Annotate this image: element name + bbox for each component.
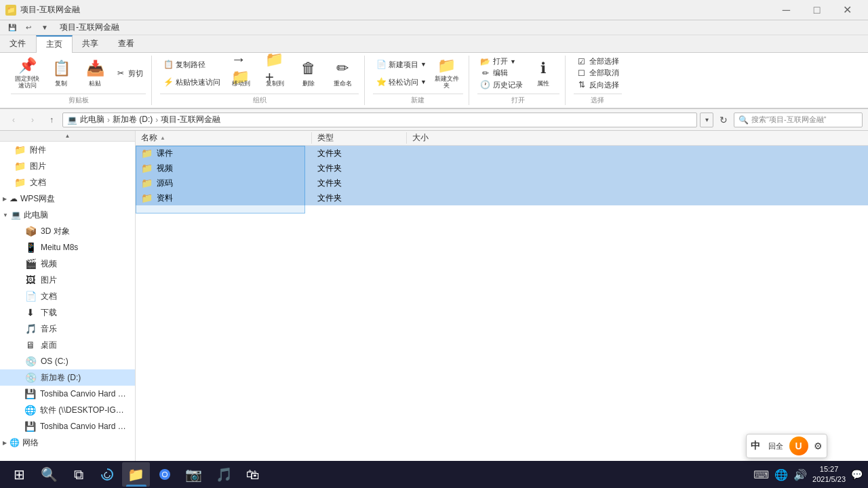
taskbar-media[interactable]: 🎵	[210, 462, 238, 487]
meitu-icon: 📱	[24, 242, 37, 253]
address-dropdown[interactable]: ▾	[700, 113, 713, 127]
rename-button[interactable]: ✏ 重命名	[326, 56, 359, 91]
copy-button[interactable]: 📋 复制	[45, 56, 77, 91]
minimize-button[interactable]: ─	[771, 0, 802, 20]
deselect-all-button[interactable]: ☐ 全部取消	[574, 67, 622, 79]
sidebar-item-software[interactable]: 🌐 软件 (\\DESKTOP-IGUTNAR	[0, 402, 135, 418]
sidebar-item-meitu[interactable]: 📱 Meitu M8s	[0, 239, 135, 256]
file-type-keijian: 文件夹	[312, 148, 407, 159]
tab-file[interactable]: 文件	[0, 35, 36, 52]
qat-save[interactable]: 💾	[5, 21, 19, 35]
path-new-vol[interactable]: 新加卷 (D:)	[113, 114, 153, 125]
cut-button[interactable]: ✂ 剪切	[113, 67, 146, 79]
copy-path-button[interactable]: 📋 复制路径	[160, 58, 223, 70]
taskbar-chrome[interactable]	[153, 462, 177, 487]
sidebar-scroll-up[interactable]: ▲	[0, 131, 135, 142]
path-this-pc[interactable]: 此电脑	[80, 114, 104, 125]
back-button[interactable]: ‹	[5, 112, 22, 128]
tab-view[interactable]: 查看	[108, 35, 144, 52]
properties-button[interactable]: ℹ 属性	[527, 56, 559, 91]
sidebar-item-pictures[interactable]: 🖼 图片	[0, 272, 135, 288]
close-button[interactable]: ✕	[832, 0, 863, 20]
new-group-label: 新建	[373, 94, 463, 105]
taskbar-photos[interactable]: 📷	[180, 462, 208, 487]
sidebar: ▲ 📁 附件 📁 图片 📁 文档 ▶ ☁ WPS网盘 ▼ 💻 此电脑 📦 3D …	[0, 131, 136, 488]
history-button[interactable]: 🕐 历史记录	[477, 79, 526, 91]
pin-to-quickaccess-button[interactable]: 📌 固定到快速访问	[11, 56, 43, 91]
edit-button[interactable]: ✏ 编辑	[477, 67, 526, 79]
new-folder-button[interactable]: 📁 新建文件夹	[431, 56, 463, 91]
file-row-keijian[interactable]: 📁 课件 文件夹	[136, 146, 868, 161]
move-to-button[interactable]: →📁 移动到	[224, 56, 257, 91]
task-view-button[interactable]: ⧉	[65, 462, 92, 487]
sidebar-item-attachments[interactable]: 📁 附件	[0, 142, 135, 158]
invert-selection-button[interactable]: ⇅ 反向选择	[574, 79, 622, 91]
paste-button[interactable]: 📥 粘贴	[79, 56, 111, 91]
folder-icon: 📁	[141, 178, 153, 188]
file-type-shipin: 文件夹	[312, 163, 407, 174]
select-all-button[interactable]: ☑ 全部选择	[574, 56, 622, 67]
column-name[interactable]: 名称 ▲	[136, 132, 312, 144]
ime-settings-button[interactable]: ⚙	[811, 439, 825, 453]
search-box[interactable]: 🔍 搜索"项目-互联网金融"	[734, 113, 863, 127]
sidebar-item-documents[interactable]: 📄 文档	[0, 288, 135, 304]
file-type-ziliao: 文件夹	[312, 192, 407, 204]
sidebar-item-os-c[interactable]: 💿 OS (C:)	[0, 353, 135, 369]
search-placeholder: 搜索"项目-互联网金融"	[751, 115, 826, 125]
taskbar-edge[interactable]	[95, 462, 119, 487]
tray-action-center[interactable]: 💬	[851, 469, 863, 480]
sidebar-item-downloads[interactable]: ⬇ 下载	[0, 304, 135, 321]
search-button[interactable]: 🔍	[35, 462, 62, 487]
forward-button[interactable]: ›	[24, 112, 41, 128]
sidebar-section-network[interactable]: ▶ 🌐 网络	[0, 434, 135, 451]
clipboard-group-label: 剪贴板	[11, 94, 146, 105]
tab-home[interactable]: 主页	[36, 35, 73, 53]
sidebar-item-new-vol-d[interactable]: 💿 新加卷 (D:)	[0, 369, 135, 386]
qat-undo[interactable]: ↩	[22, 21, 35, 35]
title-bar: 📁 项目-互联网金融 ─ □ ✕	[0, 0, 868, 20]
file-row-ziliao[interactable]: 📁 资料 文件夹	[136, 190, 868, 205]
column-size[interactable]: 大小	[407, 132, 475, 144]
address-path[interactable]: 💻 此电脑 › 新加卷 (D:) › 项目-互联网金融	[62, 113, 697, 127]
file-row-shipin[interactable]: 📁 视频 文件夹	[136, 161, 868, 176]
column-type[interactable]: 类型	[312, 132, 407, 144]
taskbar-store[interactable]: 🛍	[241, 462, 265, 487]
sidebar-item-music[interactable]: 🎵 音乐	[0, 321, 135, 337]
sidebar-item-pictures-quick[interactable]: 📁 图片	[0, 158, 135, 174]
folder-icon: 📁	[141, 163, 153, 174]
file-name-yuanma: 源码	[157, 178, 173, 189]
sidebar-item-toshiba[interactable]: 💾 Toshiba Canvio Hard Drive	[0, 386, 135, 402]
ime-logo[interactable]: U	[789, 436, 808, 455]
up-button[interactable]: ↑	[43, 112, 60, 128]
new-item-button[interactable]: 📄 新建项目 ▼	[373, 58, 429, 70]
sidebar-item-documents-quick[interactable]: 📁 文档	[0, 174, 135, 190]
tray-network[interactable]: 🌐	[774, 468, 788, 481]
open-button[interactable]: 📂 打开 ▼	[477, 56, 526, 67]
easy-access-button[interactable]: ⭐ 轻松访问 ▼	[373, 76, 429, 88]
maximize-button[interactable]: □	[802, 0, 832, 20]
copy-to-button[interactable]: 📁+ 复制到	[258, 56, 291, 91]
tray-time[interactable]: 15:27 2021/5/23	[812, 464, 846, 485]
file-row-yuanma[interactable]: 📁 源码 文件夹	[136, 176, 868, 190]
start-button[interactable]: ⊞	[5, 462, 33, 487]
tray-keyboard[interactable]: ⌨	[753, 468, 769, 481]
delete-button[interactable]: 🗑 删除	[292, 56, 325, 91]
sidebar-item-desktop[interactable]: 🖥 桌面	[0, 337, 135, 353]
tab-share[interactable]: 共享	[73, 35, 108, 52]
group-new: 📄 新建项目 ▼ ⭐ 轻松访问 ▼ 📁 新建文件夹 新建	[368, 56, 469, 105]
qat-dropdown[interactable]: ▼	[38, 21, 52, 35]
sidebar-item-toshiba2[interactable]: 💾 Toshiba Canvio Hard Drive I	[0, 418, 135, 434]
refresh-button[interactable]: ↻	[716, 113, 731, 127]
ime-fullwidth-button[interactable]: 回全	[766, 440, 786, 453]
ime-chinese-button[interactable]: 中	[748, 439, 763, 453]
paste-shortcut-button[interactable]: ⚡ 粘贴快速访问	[160, 76, 223, 88]
tray-volume[interactable]: 🔊	[793, 468, 807, 481]
sidebar-section-wps[interactable]: ▶ ☁ WPS网盘	[0, 190, 135, 207]
sidebar-item-3d[interactable]: 📦 3D 对象	[0, 223, 135, 239]
taskbar-explorer[interactable]: 📁	[122, 462, 150, 487]
wps-icon: ☁	[9, 194, 18, 203]
sidebar-item-videos[interactable]: 🎬 视频	[0, 256, 135, 272]
file-name-keijian: 课件	[157, 148, 173, 159]
sidebar-section-this-pc[interactable]: ▼ 💻 此电脑	[0, 207, 135, 223]
path-project[interactable]: 项目-互联网金融	[161, 114, 220, 125]
